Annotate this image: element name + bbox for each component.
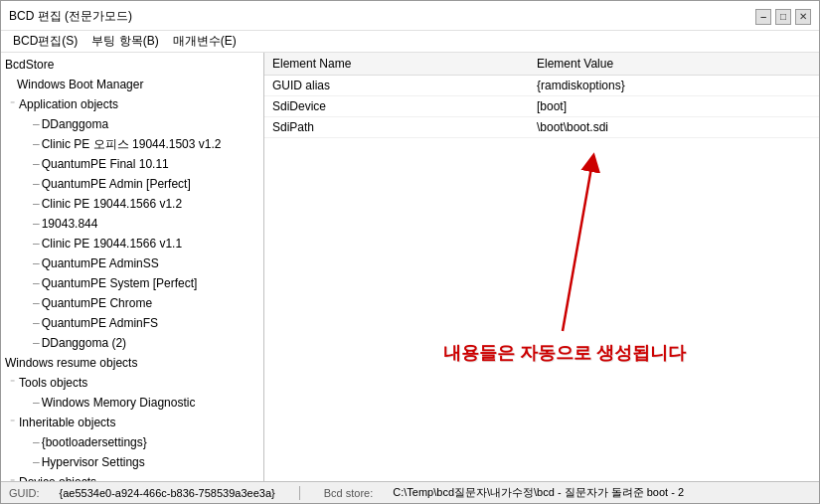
status-divider	[299, 486, 300, 500]
quantumpe-system-perfect-label: QuantumPE System [Perfect]	[42, 274, 198, 292]
bootloadersettings-label: {bootloadersettings}	[42, 433, 147, 451]
row-name-sdi-path: SdiPath	[264, 117, 529, 138]
window-controls: ‒ □ ✕	[755, 9, 811, 25]
detail-panel: Element Name Element Value GUID alias {r…	[264, 53, 819, 481]
row-name-sdi-device: SdiDevice	[264, 96, 529, 117]
tree-node-clinic-pe-1503[interactable]: – Clinic PE 오피스 19044.1503 v1.2	[1, 134, 263, 154]
row-value-sdi-path: \boot\boot.sdi	[529, 117, 819, 138]
quantumpe-adminss-label: QuantumPE AdminSS	[42, 254, 159, 272]
tree-node-inheritable-objects[interactable]: ⁻ Inheritable objects	[1, 413, 263, 432]
clinic-pe-1503-label: Clinic PE 오피스 19044.1503 v1.2	[42, 135, 222, 153]
windows-resume-label: Windows resume objects	[5, 354, 137, 372]
svg-line-1	[563, 162, 592, 331]
main-content: BcdStore Windows Boot Manager ⁻ Applicat…	[1, 53, 819, 481]
tree-node-bcdstore[interactable]: BcdStore	[1, 55, 263, 75]
tree-node-quantumpe-adminss[interactable]: – QuantumPE AdminSS	[1, 253, 263, 273]
guid-value: {ae5534e0-a924-466c-b836-758539a3ee3a}	[60, 487, 275, 499]
dash-icon-6: –	[33, 215, 40, 233]
dash-icon-1: –	[33, 115, 40, 133]
dash-icon-5: –	[33, 195, 40, 213]
quantumpe-admin-perfect-label: QuantumPE Admin [Perfect]	[42, 175, 191, 193]
dash-icon-15: –	[33, 453, 40, 471]
tree-node-windows-boot-manager[interactable]: Windows Boot Manager	[1, 75, 263, 94]
annotation-text: 내용들은 자동으로 생성됩니다	[443, 341, 686, 365]
menu-boot-item[interactable]: 부팅 항목(B)	[85, 31, 164, 52]
row-name-guid-alias: GUID alias	[264, 76, 529, 96]
tree-node-quantumpe-system-perfect[interactable]: – QuantumPE System [Perfect]	[1, 273, 263, 293]
tree-node-application-objects[interactable]: ⁻ Application objects	[1, 94, 263, 114]
quantumpe-final-label: QuantumPE Final 10.11	[42, 155, 169, 173]
dash-icon-4: –	[33, 175, 40, 193]
expand-icon-inheritable: ⁻	[5, 414, 19, 431]
menu-bar: BCD편집(S) 부팅 항목(B) 매개변수(E)	[1, 31, 819, 53]
clinic-pe-1566-v11-label: Clinic PE 19044.1566 v1.1	[42, 235, 182, 252]
window-title: BCD 편집 (전문가모드)	[9, 8, 132, 25]
dash-icon-2: –	[33, 135, 40, 153]
dash-icon-7: –	[33, 235, 40, 252]
col-element-value: Element Value	[529, 53, 819, 76]
row-value-sdi-device: [boot]	[529, 96, 819, 117]
ddanggoma-label: DDanggoma	[42, 115, 108, 133]
row-value-guid-alias: {ramdiskoptions}	[529, 76, 819, 96]
close-button[interactable]: ✕	[795, 9, 811, 25]
dash-icon-11: –	[33, 314, 40, 332]
expand-icon-device: ⁻	[5, 473, 19, 481]
quantumpe-chrome-label: QuantumPE Chrome	[42, 294, 152, 312]
windows-memory-diagnostic-label: Windows Memory Diagnostic	[42, 394, 196, 412]
dash-icon-8: –	[33, 254, 40, 272]
ddanggoma-2-label: DDanggoma (2)	[42, 334, 126, 352]
tree-node-hypervisor-settings[interactable]: – Hypervisor Settings	[1, 452, 263, 472]
dash-icon-13: –	[33, 394, 40, 412]
bcd-label: Bcd store:	[324, 487, 374, 499]
menu-bcd-edit[interactable]: BCD편집(S)	[7, 31, 83, 52]
detail-table: Element Name Element Value GUID alias {r…	[264, 53, 819, 138]
title-bar: BCD 편집 (전문가모드) ‒ □ ✕	[1, 1, 819, 31]
detail-row-sdi-path[interactable]: SdiPath \boot\boot.sdi	[264, 117, 819, 138]
dash-icon-14: –	[33, 433, 40, 451]
tree-node-19043844[interactable]: – 19043.844	[1, 214, 263, 234]
tree-node-quantumpe-admin-perfect[interactable]: – QuantumPE Admin [Perfect]	[1, 174, 263, 194]
inheritable-objects-label: Inheritable objects	[19, 414, 115, 431]
tree-node-windows-resume[interactable]: Windows resume objects	[1, 353, 263, 373]
tree-node-clinic-pe-1566-v11[interactable]: – Clinic PE 19044.1566 v1.1	[1, 234, 263, 253]
dash-icon-9: –	[33, 274, 40, 292]
hypervisor-settings-label: Hypervisor Settings	[42, 453, 145, 471]
clinic-pe-1566-label: Clinic PE 19044.1566 v1.2	[42, 195, 182, 213]
annotation-arrow-svg	[443, 112, 642, 361]
guid-label: GUID:	[9, 487, 40, 499]
tree-node-ddanggoma-2[interactable]: – DDanggoma (2)	[1, 333, 263, 353]
windows-boot-manager-label: Windows Boot Manager	[17, 76, 143, 93]
tree-node-quantumpe-adminfs[interactable]: – QuantumPE AdminFS	[1, 313, 263, 333]
tree-node-quantumpe-chrome[interactable]: – QuantumPE Chrome	[1, 293, 263, 313]
application-objects-label: Application objects	[19, 95, 118, 113]
tools-objects-label: Tools objects	[19, 374, 87, 392]
tree-node-windows-memory-diagnostic[interactable]: – Windows Memory Diagnostic	[1, 393, 263, 413]
main-window: BCD 편집 (전문가모드) ‒ □ ✕ BCD편집(S) 부팅 항목(B) 매…	[0, 0, 820, 504]
tree-node-clinic-pe-1566[interactable]: – Clinic PE 19044.1566 v1.2	[1, 194, 263, 214]
detail-row-sdi-device[interactable]: SdiDevice [boot]	[264, 96, 819, 117]
maximize-button[interactable]: □	[775, 9, 791, 25]
bcdstore-label: BcdStore	[5, 56, 54, 74]
device-objects-label: Device objects	[19, 473, 96, 481]
status-bar: GUID: {ae5534e0-a924-466c-b836-758539a3e…	[1, 481, 819, 503]
quantumpe-adminfs-label: QuantumPE AdminFS	[42, 314, 158, 332]
tree-node-device-objects[interactable]: ⁻ Device objects	[1, 472, 263, 481]
tree-node-quantumpe-final[interactable]: – QuantumPE Final 10.11	[1, 154, 263, 174]
dash-icon-12: –	[33, 334, 40, 352]
bcd-value: C:\Temp\bcd질문자\내가수정\bcd - 질문자가 돌려준 boot …	[393, 485, 684, 500]
dash-icon-3: –	[33, 155, 40, 173]
tree-node-ddanggoma[interactable]: – DDanggoma	[1, 114, 263, 134]
minimize-button[interactable]: ‒	[755, 9, 771, 25]
detail-row-guid-alias[interactable]: GUID alias {ramdiskoptions}	[264, 76, 819, 96]
tree-node-bootloadersettings[interactable]: – {bootloadersettings}	[1, 432, 263, 452]
expand-icon-app: ⁻	[5, 95, 19, 113]
tree-node-tools-objects[interactable]: ⁻ Tools objects	[1, 373, 263, 393]
col-element-name: Element Name	[264, 53, 529, 76]
dash-icon-10: –	[33, 294, 40, 312]
expand-icon-tools: ⁻	[5, 374, 19, 392]
tree-panel: BcdStore Windows Boot Manager ⁻ Applicat…	[1, 53, 264, 481]
menu-params[interactable]: 매개변수(E)	[167, 31, 243, 52]
19043844-label: 19043.844	[42, 215, 98, 233]
